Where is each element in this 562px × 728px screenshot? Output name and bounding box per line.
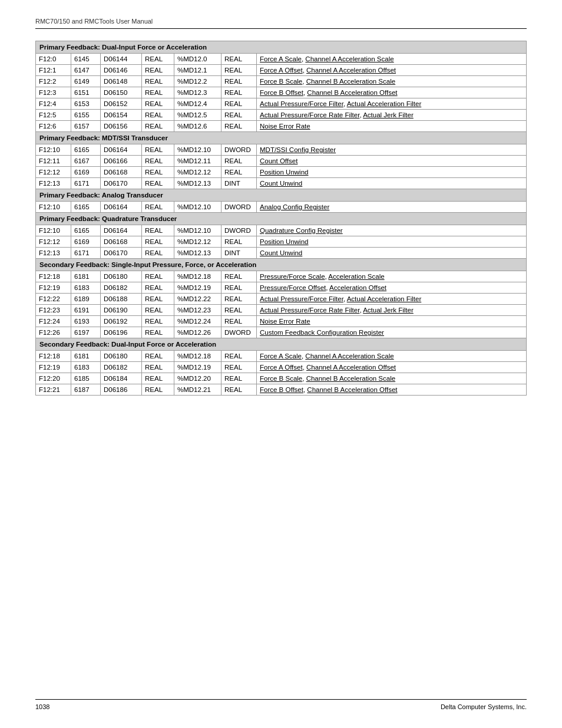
- cell-pct: %MD12.10: [174, 144, 222, 156]
- cell-desc: Force B Scale, Channel B Acceleration Sc…: [257, 76, 527, 87]
- cell-pct: %MD12.6: [174, 121, 222, 132]
- cell-f: F12:13: [36, 178, 71, 189]
- desc-link[interactable]: Pressure/Force Scale: [260, 273, 325, 280]
- table-row: F12:46153D06152REAL%MD12.4REALActual Pre…: [36, 98, 527, 110]
- cell-t2: REAL: [222, 76, 257, 87]
- cell-t1: REAL: [142, 76, 174, 87]
- cell-desc: Count Unwind: [257, 178, 527, 189]
- cell-pct: %MD12.10: [174, 225, 222, 236]
- desc-link[interactable]: Force A Offset: [260, 67, 303, 74]
- cell-d: D06192: [101, 316, 142, 327]
- desc-link[interactable]: Actual Acceleration Filter: [347, 295, 422, 302]
- desc-link[interactable]: Acceleration Offset: [329, 284, 386, 291]
- desc-link[interactable]: Count Offset: [260, 157, 297, 164]
- desc-link[interactable]: Channel B Acceleration Offset: [307, 89, 397, 96]
- table-row: F12:36151D06150REAL%MD12.3REALForce B Of…: [36, 87, 527, 98]
- cell-d: D06180: [101, 271, 142, 282]
- cell-n1: 6171: [71, 178, 101, 189]
- desc-link[interactable]: Count Unwind: [260, 180, 302, 187]
- cell-desc: Actual Pressure/Force Filter, Actual Acc…: [257, 98, 527, 110]
- desc-link[interactable]: Custom Feedback Configuration Register: [260, 329, 384, 336]
- desc-link[interactable]: Channel B Acceleration Scale: [306, 78, 396, 85]
- cell-pct: %MD12.21: [174, 384, 222, 396]
- cell-d: D06170: [101, 248, 142, 259]
- desc-link[interactable]: Actual Jerk Filter: [363, 307, 414, 314]
- table-row: F12:116167D06166REAL%MD12.11REALCount Of…: [36, 156, 527, 167]
- cell-t2: DINT: [222, 248, 257, 259]
- desc-link[interactable]: Actual Pressure/Force Rate Filter: [260, 111, 359, 118]
- desc-link[interactable]: Quadrature Config Register: [260, 227, 343, 234]
- cell-pct: %MD12.3: [174, 87, 222, 98]
- desc-link[interactable]: Count Unwind: [260, 249, 302, 256]
- desc-link[interactable]: Force B Offset: [260, 386, 303, 393]
- desc-link[interactable]: MDT/SSI Config Register: [260, 146, 336, 153]
- cell-f: F12:2: [36, 76, 71, 87]
- cell-d: D06154: [101, 110, 142, 121]
- cell-pct: %MD12.13: [174, 178, 222, 189]
- desc-link[interactable]: Analog Config Register: [260, 203, 329, 210]
- cell-d: D06144: [101, 54, 142, 65]
- table-row: F12:106165D06164REAL%MD12.10DWORDMDT/SSI…: [36, 144, 527, 156]
- desc-link[interactable]: Force A Scale: [260, 55, 302, 62]
- cell-t2: REAL: [222, 98, 257, 110]
- desc-link[interactable]: Position Unwind: [260, 238, 308, 245]
- desc-link[interactable]: Force B Scale: [260, 78, 302, 85]
- desc-link[interactable]: Actual Pressure/Force Filter: [260, 100, 343, 107]
- header-title: RMC70/150 and RMCTools User Manual: [35, 18, 153, 25]
- desc-link[interactable]: Actual Pressure/Force Rate Filter: [260, 307, 359, 314]
- cell-f: F12:18: [36, 271, 71, 282]
- desc-link[interactable]: Force B Offset: [260, 89, 303, 96]
- table-row: F12:186181D06180REAL%MD12.18REALPressure…: [36, 271, 527, 282]
- desc-link[interactable]: Channel A Acceleration Offset: [306, 364, 396, 371]
- cell-t1: REAL: [142, 248, 174, 259]
- cell-t1: REAL: [142, 121, 174, 132]
- desc-link[interactable]: Channel A Acceleration Scale: [305, 55, 394, 62]
- desc-link[interactable]: Actual Jerk Filter: [363, 111, 414, 118]
- cell-d: D06186: [101, 384, 142, 396]
- desc-link[interactable]: Force B Scale: [260, 375, 302, 382]
- cell-desc: Count Unwind: [257, 248, 527, 259]
- cell-desc: Force A Offset, Channel A Acceleration O…: [257, 362, 527, 373]
- cell-pct: %MD12.20: [174, 373, 222, 384]
- desc-link[interactable]: Channel B Acceleration Offset: [307, 386, 397, 393]
- desc-link[interactable]: Force A Scale: [260, 353, 302, 360]
- desc-link[interactable]: Actual Acceleration Filter: [347, 100, 422, 107]
- table-row: F12:246193D06192REAL%MD12.24REALNoise Er…: [36, 316, 527, 327]
- cell-t1: REAL: [142, 316, 174, 327]
- cell-pct: %MD12.23: [174, 305, 222, 316]
- cell-n1: 6197: [71, 327, 101, 338]
- cell-t1: REAL: [142, 327, 174, 338]
- table-row: F12:206185D06184REAL%MD12.20REALForce B …: [36, 373, 527, 384]
- desc-link[interactable]: Channel A Acceleration Offset: [306, 67, 396, 74]
- cell-n1: 6145: [71, 54, 101, 65]
- table-row: F12:26149D06148REAL%MD12.2REALForce B Sc…: [36, 76, 527, 87]
- cell-n1: 6147: [71, 65, 101, 76]
- desc-link[interactable]: Noise Error Rate: [260, 123, 310, 130]
- cell-d: D06182: [101, 282, 142, 294]
- cell-n1: 6149: [71, 76, 101, 87]
- desc-link[interactable]: Acceleration Scale: [328, 273, 384, 280]
- cell-f: F12:6: [36, 121, 71, 132]
- cell-d: D06164: [101, 202, 142, 213]
- table-row: F12:186181D06180REAL%MD12.18REALForce A …: [36, 351, 527, 362]
- cell-t1: REAL: [142, 202, 174, 213]
- desc-link[interactable]: Force A Offset: [260, 364, 303, 371]
- cell-f: F12:21: [36, 384, 71, 396]
- company-name: Delta Computer Systems, Inc.: [441, 703, 527, 710]
- desc-link[interactable]: Pressure/Force Offset: [260, 284, 326, 291]
- cell-t2: DWORD: [222, 327, 257, 338]
- desc-link[interactable]: Channel A Acceleration Scale: [305, 353, 394, 360]
- section-header-5: Secondary Feedback: Dual-Input Force or …: [36, 338, 527, 351]
- table-row: F12:126169D06168REAL%MD12.12REALPosition…: [36, 236, 527, 248]
- cell-t1: REAL: [142, 156, 174, 167]
- table-row: F12:226189D06188REAL%MD12.22REALActual P…: [36, 294, 527, 305]
- desc-link[interactable]: Noise Error Rate: [260, 318, 310, 325]
- cell-t2: REAL: [222, 305, 257, 316]
- table-row: F12:106165D06164REAL%MD12.10DWORDAnalog …: [36, 202, 527, 213]
- cell-d: D06166: [101, 156, 142, 167]
- desc-link[interactable]: Channel B Acceleration Scale: [306, 375, 396, 382]
- cell-n1: 6169: [71, 167, 101, 178]
- desc-link[interactable]: Actual Pressure/Force Filter: [260, 295, 343, 302]
- desc-link[interactable]: Position Unwind: [260, 169, 308, 176]
- cell-t2: REAL: [222, 316, 257, 327]
